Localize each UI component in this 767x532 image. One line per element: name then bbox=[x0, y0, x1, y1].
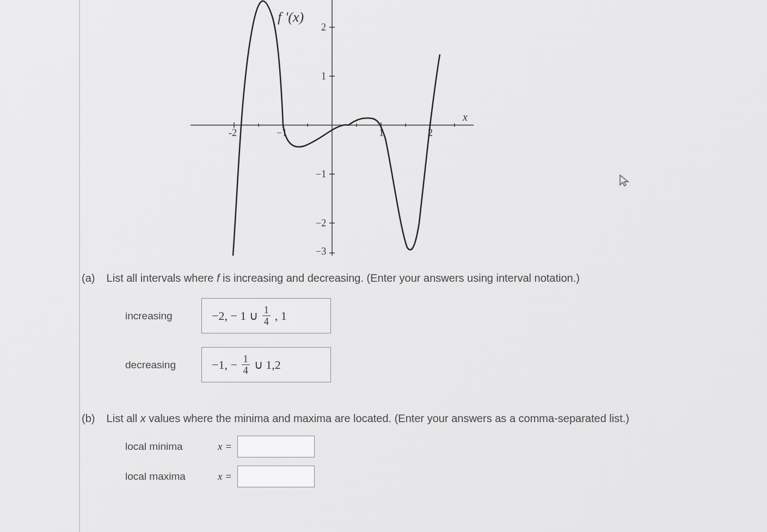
x-axis-label: x bbox=[462, 111, 468, 123]
increasing-p1: −2, − 1 ∪ bbox=[212, 309, 258, 323]
content-area: -2 −1 1 2 1 2 −1 −2 −3 x f '(x) (a) List… bbox=[82, 0, 680, 487]
xtick-neg2: -2 bbox=[229, 127, 237, 138]
decreasing-row: decreasing −1, − 1 4 ∪ 1,2 bbox=[125, 347, 680, 382]
page: -2 −1 1 2 1 2 −1 −2 −3 x f '(x) (a) List… bbox=[0, 0, 767, 532]
question-a-letter: (a) bbox=[82, 272, 103, 284]
xeq-minima: x = bbox=[218, 441, 232, 453]
ytick-neg1: −1 bbox=[316, 169, 326, 180]
minima-row: local minima x = bbox=[125, 436, 680, 457]
xeq-maxima: x = bbox=[218, 471, 232, 482]
question-b-text: List all x values where the minima and m… bbox=[107, 412, 629, 424]
increasing-label: increasing bbox=[125, 310, 201, 322]
maxima-row: local maxima x = bbox=[125, 466, 680, 487]
fprime-label: f '(x) bbox=[278, 9, 304, 25]
one-fourth-fraction: 1 4 bbox=[262, 305, 271, 326]
question-b-letter: (b) bbox=[82, 412, 103, 425]
increasing-input[interactable]: −2, − 1 ∪ 1 4 , 1 bbox=[201, 298, 331, 333]
increasing-row: increasing −2, − 1 ∪ 1 4 , 1 bbox=[125, 298, 680, 333]
decreasing-p2: ∪ 1,2 bbox=[254, 358, 281, 372]
decreasing-p1: −1, − bbox=[212, 358, 237, 372]
question-a: (a) List all intervals where f is increa… bbox=[82, 272, 680, 284]
decreasing-label: decreasing bbox=[125, 359, 201, 371]
minima-input[interactable] bbox=[237, 436, 315, 457]
derivative-graph: -2 −1 1 2 1 2 −1 −2 −3 x f '(x) bbox=[136, 0, 463, 256]
ytick-1: 1 bbox=[321, 71, 326, 82]
increasing-p2: , 1 bbox=[275, 309, 287, 323]
content-left-border bbox=[79, 0, 80, 532]
ytick-neg2: −2 bbox=[316, 218, 326, 228]
question-b: (b) List all x values where the minima a… bbox=[82, 412, 680, 425]
decreasing-input[interactable]: −1, − 1 4 ∪ 1,2 bbox=[201, 347, 331, 382]
curve-fprime bbox=[233, 1, 440, 256]
ytick-neg3: −3 bbox=[316, 246, 326, 256]
maxima-label: local maxima bbox=[125, 471, 212, 482]
maxima-input[interactable] bbox=[237, 466, 315, 487]
minima-label: local minima bbox=[125, 441, 212, 453]
ytick-2: 2 bbox=[321, 22, 326, 33]
one-fourth-fraction-2: 1 4 bbox=[242, 354, 250, 375]
question-a-text: List all intervals where f is increasing… bbox=[107, 272, 580, 284]
